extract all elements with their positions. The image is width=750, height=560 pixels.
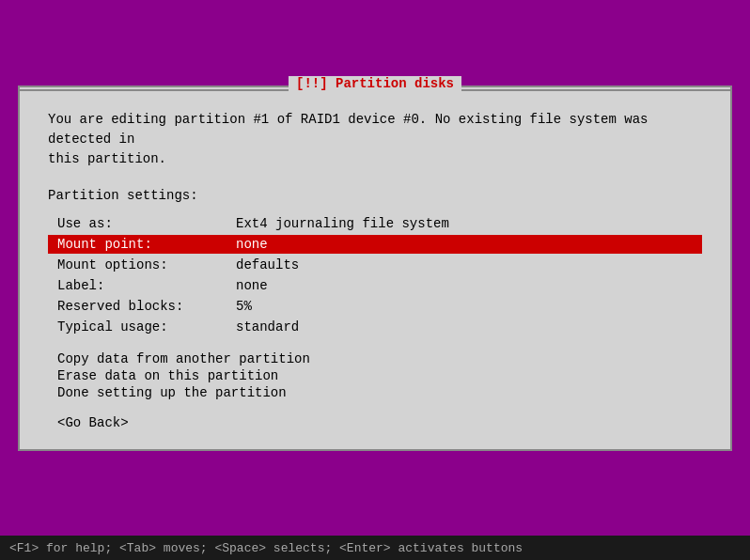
status-text: <F1> for help; <Tab> moves; <Space> sele… bbox=[9, 541, 523, 555]
setting-label-1: Mount point: bbox=[48, 237, 236, 252]
setting-row-3[interactable]: Label:none bbox=[48, 276, 702, 295]
description-line2: this partition. bbox=[48, 149, 702, 169]
setting-row-1[interactable]: Mount point:none bbox=[48, 235, 702, 254]
setting-label-3: Label: bbox=[48, 278, 236, 293]
dialog-box: [!!] Partition disks You are editing par… bbox=[18, 86, 732, 451]
settings-table: Use as:Ext4 journaling file systemMount … bbox=[48, 214, 702, 336]
main-area: [!!] Partition disks You are editing par… bbox=[0, 0, 750, 536]
setting-value-2: defaults bbox=[236, 257, 702, 272]
setting-label-4: Reserved blocks: bbox=[48, 299, 236, 314]
setting-value-4: 5% bbox=[236, 299, 702, 314]
setting-value-1: none bbox=[236, 237, 702, 252]
setting-label-0: Use as: bbox=[48, 216, 236, 231]
setting-row-5[interactable]: Typical usage:standard bbox=[48, 318, 702, 336]
partition-settings-label: Partition settings: bbox=[48, 188, 702, 203]
setting-value-0: Ext4 journaling file system bbox=[236, 216, 702, 231]
setting-label-2: Mount options: bbox=[48, 257, 236, 272]
actions-list: Copy data from another partitionErase da… bbox=[57, 351, 702, 400]
setting-value-3: none bbox=[236, 278, 702, 293]
action-item-1[interactable]: Erase data on this partition bbox=[57, 368, 702, 383]
setting-row-0[interactable]: Use as:Ext4 journaling file system bbox=[48, 214, 702, 233]
setting-value-5: standard bbox=[236, 319, 702, 334]
description-line1: You are editing partition #1 of RAID1 de… bbox=[48, 110, 702, 149]
action-item-2[interactable]: Done setting up the partition bbox=[57, 385, 702, 400]
setting-row-4[interactable]: Reserved blocks:5% bbox=[48, 297, 702, 316]
status-bar: <F1> for help; <Tab> moves; <Space> sele… bbox=[0, 536, 750, 560]
action-item-0[interactable]: Copy data from another partition bbox=[57, 351, 702, 366]
dialog-content: You are editing partition #1 of RAID1 de… bbox=[20, 91, 730, 440]
title-bar: [!!] Partition disks bbox=[289, 76, 461, 91]
description: You are editing partition #1 of RAID1 de… bbox=[48, 110, 702, 169]
setting-label-5: Typical usage: bbox=[48, 319, 236, 334]
setting-row-2[interactable]: Mount options:defaults bbox=[48, 256, 702, 274]
go-back-button[interactable]: <Go Back> bbox=[57, 415, 702, 430]
